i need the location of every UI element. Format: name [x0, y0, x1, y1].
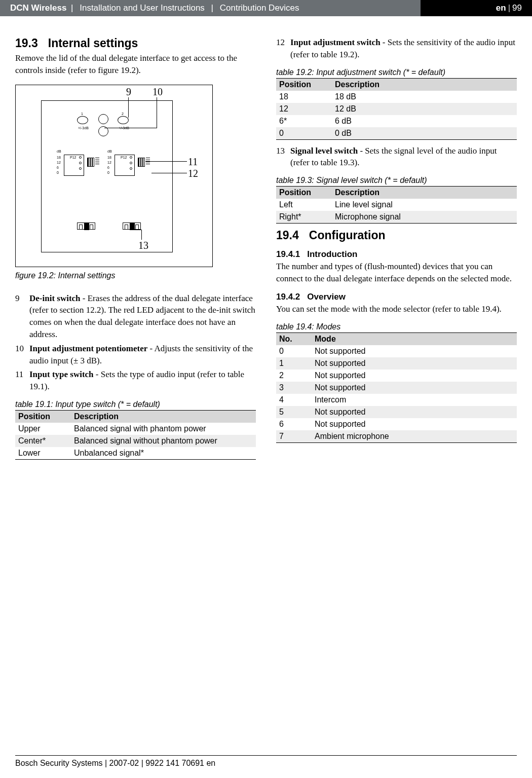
t19-2-r1c0: 12 — [276, 103, 332, 115]
header-manual: Installation and User Instructions — [80, 3, 205, 13]
jack-1-icon — [77, 116, 88, 124]
leader-12 — [151, 173, 187, 173]
table-19-2-caption: table 19.2: Input adjustment switch (* =… — [276, 68, 517, 77]
heading-19-4-2-title: Overview — [307, 292, 346, 302]
t19-4-r0c0: 0 — [276, 345, 312, 357]
t19-4-r1c1: Not supported — [312, 357, 517, 369]
list-9-11: 9 De-init switch - Erases the address of… — [15, 292, 256, 393]
header-sep3: | — [508, 3, 510, 13]
table-row: 1212 dB — [276, 103, 517, 115]
callout-10: 10 — [153, 86, 163, 98]
t19-1-r1c0: Center* — [15, 435, 71, 447]
list-item-13: 13 Signal level switch - Sets the signal… — [276, 145, 517, 169]
fig-scale-l-0: 18 — [57, 156, 61, 159]
table-row: 4Intercom — [276, 394, 517, 406]
list-item-12: 12 Input adjustment switch - Sets the se… — [276, 36, 517, 61]
list-bold-10: Input adjustment potentiometer — [29, 344, 147, 353]
led-r1 — [130, 156, 132, 159]
t19-1-r0c0: Upper — [15, 423, 71, 435]
t19-1-h0: Position — [15, 410, 71, 423]
list-num-12: 12 — [276, 36, 290, 61]
list-bold-11: Input type switch — [29, 369, 94, 379]
t19-4-r4c0: 4 — [276, 394, 312, 406]
table-row: 3Not supported — [276, 382, 517, 394]
t19-4-h0: No. — [276, 332, 312, 345]
t19-4-r7c1: Ambient microphone — [312, 430, 517, 443]
list-item-11: 11 Input type switch - Sets the type of … — [15, 368, 256, 393]
callout-9: 9 — [126, 86, 131, 98]
leader-11 — [145, 161, 187, 162]
led-l3 — [79, 167, 82, 170]
heading-19-4-1: 19.4.1Introduction — [276, 249, 517, 260]
table-row: 5Not supported — [276, 406, 517, 418]
deinit-knob-icon — [98, 114, 108, 124]
t19-4-r2c0: 2 — [276, 369, 312, 382]
leader-13a — [141, 230, 142, 240]
table-row: LeftLine level signal — [276, 199, 517, 211]
list-bold-13: Signal level switch — [290, 146, 358, 156]
t19-2-h1: Description — [332, 78, 517, 91]
list-bold-12: Input adjustment switch — [290, 38, 381, 47]
list-bold-9: De-init switch — [29, 293, 81, 303]
adj-switch-l-icon — [95, 158, 99, 166]
t19-4-r5c1: Not supported — [312, 406, 517, 418]
t19-4-r3c1: Not supported — [312, 382, 517, 394]
callout-12: 12 — [188, 168, 198, 179]
list-item-9: 9 De-init switch - Erases the address of… — [15, 292, 256, 341]
heading-19-4-1-num: 19.4.1 — [276, 249, 300, 259]
figure-19-2-caption: figure 19.2: Internal settings — [15, 271, 256, 280]
t19-1-r1c1: Balanced signal without phantom power — [71, 435, 256, 447]
t19-3-r0c0: Left — [276, 199, 332, 211]
t19-2-h0: Position — [276, 78, 332, 91]
fig-db-l: dB — [57, 150, 61, 153]
jack-2-icon — [118, 116, 129, 124]
fig-scale-l-2: 6 — [57, 166, 59, 169]
list-num-10: 10 — [15, 343, 29, 367]
adj-switch-r-icon — [146, 158, 150, 166]
table-19-3: PositionDescription LeftLine level signa… — [276, 186, 517, 224]
fig-scale-r-3: 0 — [107, 171, 109, 174]
list-item-10: 10 Input adjustment potentiometer - Adju… — [15, 343, 256, 367]
t19-1-r2c0: Lower — [15, 447, 71, 460]
t19-2-r1c1: 12 dB — [332, 103, 517, 115]
list-13: 13 Signal level switch - Sets the signal… — [276, 145, 517, 169]
heading-19-4-2-num: 19.4.2 — [276, 292, 300, 302]
header-lang: en — [496, 3, 506, 13]
fig-db-r: dB — [107, 150, 112, 153]
t19-4-r2c1: Not supported — [312, 369, 517, 382]
leader-10a — [157, 97, 157, 128]
t19-4-r4c1: Intercom — [312, 394, 517, 406]
heading-19-3: 19.3Internal settings — [15, 36, 256, 50]
leader-10b — [104, 128, 157, 128]
heading-19-4-num: 19.4 — [276, 229, 299, 242]
table-19-1: Position Description UpperBalanced signa… — [15, 410, 256, 460]
table-19-2: PositionDescription 1818 dB 1212 dB 6*6 … — [276, 78, 517, 140]
t19-4-r7c0: 7 — [276, 430, 312, 443]
fig-scale-r-1: 12 — [107, 161, 111, 164]
figure-19-2: 1 2 +/-3dB +/-3dB dB dB 18 12 6 0 — [15, 85, 213, 267]
fig-scale-l-3: 0 — [57, 171, 59, 174]
callout-11: 11 — [188, 156, 198, 168]
t19-1-r0c1: Balanced signal with phantom power — [71, 423, 256, 435]
t19-4-r3c0: 3 — [276, 382, 312, 394]
t19-2-r0c0: 18 — [276, 91, 332, 103]
t19-3-h0: Position — [276, 187, 332, 199]
fig-scale-r-0: 18 — [107, 156, 111, 159]
fig-p12-l: P12 — [70, 156, 76, 159]
header-section: Contribution Devices — [220, 3, 299, 13]
paragraph-19-4-1: The number and types of (flush-mounted) … — [276, 261, 517, 285]
page-header: DCN Wireless | Installation and User Ins… — [0, 0, 532, 16]
figure-board: 1 2 +/-3dB +/-3dB dB dB 18 12 6 0 — [41, 100, 173, 252]
fig-scale-r-2: 6 — [107, 166, 109, 169]
led-l1 — [79, 156, 82, 159]
table-row: Center*Balanced signal without phantom p… — [15, 435, 256, 447]
t19-4-r6c1: Not supported — [312, 418, 517, 430]
table-row: 0Not supported — [276, 345, 517, 357]
table-row: LowerUnbalanced signal* — [15, 447, 256, 460]
header-sep2: | — [209, 3, 216, 13]
t19-2-r0c1: 18 dB — [332, 91, 517, 103]
page-footer: Bosch Security Systems | 2007-02 | 9922 … — [15, 755, 517, 768]
fig-p12-r: P12 — [121, 156, 127, 159]
t19-4-r0c1: Not supported — [312, 345, 517, 357]
led-r2 — [130, 162, 132, 164]
